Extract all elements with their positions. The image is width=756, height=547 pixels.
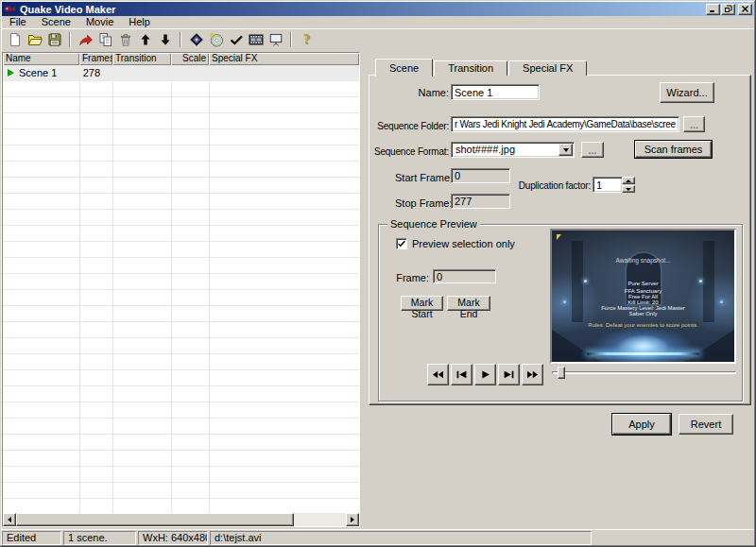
duplication-factor-label: Duplication factor: bbox=[506, 180, 591, 191]
play-button[interactable] bbox=[474, 364, 496, 385]
check-button[interactable] bbox=[226, 30, 246, 49]
app-icon bbox=[4, 3, 16, 15]
scene-list-body[interactable]: Scene 1 278 bbox=[3, 65, 359, 513]
status-bar: Edited 1 scene. WxH: 640x480 d:\tejst.av… bbox=[2, 529, 754, 545]
tab-transition[interactable]: Transition bbox=[434, 60, 507, 76]
name-label: Name: bbox=[406, 87, 449, 98]
frame-field bbox=[433, 269, 496, 283]
render-cd-icon bbox=[209, 32, 224, 47]
close-button[interactable] bbox=[738, 4, 752, 15]
minimize-button[interactable] bbox=[706, 4, 720, 15]
transition-diamond-icon bbox=[189, 32, 204, 47]
combo-dropdown-button[interactable] bbox=[558, 144, 573, 156]
preview-selection-checkbox[interactable] bbox=[396, 238, 407, 249]
fast-forward-button[interactable] bbox=[522, 364, 543, 385]
menu-movie[interactable]: Movie bbox=[78, 16, 121, 28]
preview-image-frame: Awaiting snapshot... Pure Server FFA San… bbox=[550, 229, 736, 364]
new-button[interactable] bbox=[5, 30, 25, 49]
column-header-special-fx[interactable]: Special FX bbox=[209, 53, 359, 65]
apply-button[interactable]: Apply bbox=[612, 414, 671, 435]
format-browse-button[interactable]: ... bbox=[581, 142, 604, 158]
scroll-left-button[interactable] bbox=[3, 513, 16, 526]
rewind-icon bbox=[432, 368, 444, 381]
horizontal-scrollbar[interactable] bbox=[3, 513, 359, 526]
sequence-format-value: shot####.jpg bbox=[455, 144, 515, 155]
title-bar[interactable]: Quake Video Maker bbox=[2, 2, 754, 16]
rewind-button[interactable] bbox=[427, 364, 449, 385]
go-to-start-button[interactable] bbox=[451, 364, 472, 385]
export-button[interactable] bbox=[76, 30, 95, 49]
tab-strip: Scene Transition Special FX bbox=[375, 58, 588, 76]
toolbar: ? bbox=[2, 28, 754, 49]
game-text: Saber Only bbox=[552, 311, 734, 316]
spin-up-button[interactable] bbox=[622, 177, 635, 184]
scrollbar-thumb[interactable] bbox=[16, 513, 294, 526]
spin-down-button[interactable] bbox=[622, 185, 635, 193]
check-icon bbox=[229, 32, 244, 47]
sequence-folder-label: Sequence Folder: bbox=[372, 121, 449, 131]
sequence-format-combo[interactable]: shot####.jpg bbox=[451, 142, 575, 158]
game-floor bbox=[685, 330, 734, 362]
slider-thumb[interactable] bbox=[558, 367, 565, 379]
new-document-icon bbox=[8, 32, 23, 47]
scan-frames-button[interactable]: Scan frames bbox=[635, 141, 712, 158]
menu-help[interactable]: Help bbox=[121, 16, 158, 28]
film-strip-icon bbox=[249, 32, 264, 47]
column-header-frames[interactable]: Frames bbox=[79, 53, 112, 65]
mark-end-button[interactable]: Mark End bbox=[447, 296, 490, 311]
play-indicator-icon bbox=[8, 69, 14, 77]
start-frame-field bbox=[451, 168, 510, 183]
go-to-end-button[interactable] bbox=[498, 364, 520, 385]
transition-button[interactable] bbox=[186, 30, 206, 49]
restore-button[interactable] bbox=[721, 4, 735, 15]
spin-down-icon bbox=[626, 188, 631, 191]
open-button[interactable] bbox=[25, 30, 44, 49]
toolbar-separator bbox=[69, 32, 71, 47]
start-frame-label: Start Frame: bbox=[395, 172, 449, 183]
game-text: Awaiting snapshot... bbox=[552, 258, 734, 264]
column-header-name[interactable]: Name bbox=[3, 53, 79, 65]
revert-button[interactable]: Revert bbox=[679, 414, 733, 435]
menu-scene[interactable]: Scene bbox=[34, 16, 78, 28]
column-header-transition[interactable]: Transition bbox=[112, 53, 171, 65]
render-button[interactable] bbox=[206, 30, 226, 49]
preview-button[interactable] bbox=[266, 30, 285, 49]
export-arrow-icon bbox=[78, 32, 94, 47]
column-header-scale[interactable]: Scale bbox=[171, 53, 209, 65]
tab-scene[interactable]: Scene bbox=[375, 59, 433, 77]
scroll-right-icon bbox=[351, 517, 354, 522]
table-row[interactable]: Scene 1 278 bbox=[3, 65, 359, 81]
tab-special-fx[interactable]: Special FX bbox=[508, 60, 587, 76]
open-folder-icon bbox=[27, 32, 43, 47]
sequence-folder-input[interactable] bbox=[451, 116, 679, 132]
skip-end-icon bbox=[503, 368, 515, 381]
scene-list: Name Frames Transition Scale Special FX … bbox=[2, 52, 360, 527]
game-text: Pure Server bbox=[552, 281, 734, 286]
scene-name-input[interactable] bbox=[451, 84, 540, 100]
wizard-button[interactable]: Wizard... bbox=[660, 82, 714, 103]
help-button[interactable]: ? bbox=[297, 30, 317, 49]
move-up-button[interactable] bbox=[135, 30, 155, 49]
move-down-button[interactable] bbox=[155, 30, 175, 49]
delete-button[interactable] bbox=[115, 30, 135, 49]
movie-button[interactable] bbox=[246, 30, 266, 49]
duplication-spinner[interactable] bbox=[622, 177, 635, 193]
menu-file[interactable]: File bbox=[2, 16, 34, 28]
duplication-factor-input[interactable] bbox=[593, 177, 623, 193]
move-up-icon bbox=[138, 32, 153, 47]
frame-slider[interactable] bbox=[552, 366, 736, 380]
folder-browse-button[interactable]: ... bbox=[683, 116, 705, 132]
status-dimensions: WxH: 640x480 bbox=[138, 531, 208, 545]
grid-line bbox=[79, 65, 80, 513]
slider-track[interactable] bbox=[552, 371, 736, 374]
fast-forward-icon bbox=[526, 368, 539, 381]
sequence-preview-group: Sequence Preview Preview selection only … bbox=[378, 224, 743, 402]
save-button[interactable] bbox=[44, 30, 64, 49]
preview-selection-label: Preview selection only bbox=[412, 238, 515, 249]
mark-start-button[interactable]: Mark Start bbox=[401, 296, 443, 311]
game-floor bbox=[552, 330, 601, 362]
copy-button[interactable] bbox=[95, 30, 115, 49]
sequence-preview-group-label: Sequence Preview bbox=[387, 218, 480, 230]
sequence-format-label: Sequence Format: bbox=[370, 146, 449, 157]
scroll-right-button[interactable] bbox=[346, 513, 359, 526]
